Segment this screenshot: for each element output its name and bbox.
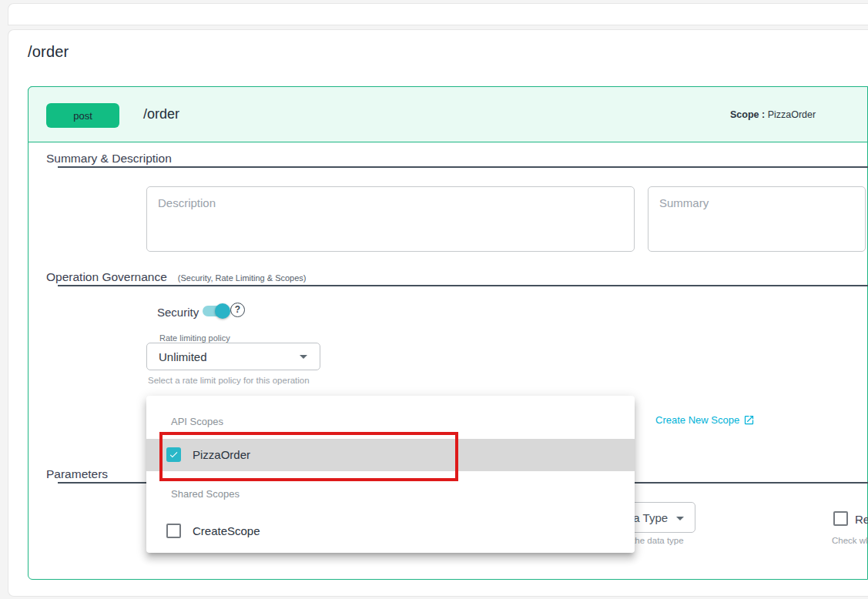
rate-limiting-select[interactable]: Unlimited bbox=[146, 343, 320, 370]
security-toggle-thumb bbox=[215, 303, 230, 319]
scope-option-label: PizzaOrder bbox=[193, 448, 250, 461]
scope-option-label: CreateScope bbox=[193, 524, 260, 537]
top-toolbar-strip bbox=[8, 3, 868, 25]
rate-limiting-label: Rate limiting policy bbox=[156, 333, 234, 343]
scope-option-createscope[interactable]: CreateScope bbox=[146, 517, 635, 548]
api-scopes-group-label: API Scopes bbox=[171, 416, 223, 427]
summary-section-divider bbox=[58, 166, 868, 168]
operation-scope-label: Scope : bbox=[730, 109, 765, 120]
chevron-down-icon bbox=[676, 517, 684, 520]
required-label: Required bbox=[855, 513, 868, 526]
governance-section-divider bbox=[58, 285, 868, 286]
pizzaorder-checkbox[interactable] bbox=[166, 447, 181, 462]
rate-limiting-helper: Select a rate limit policy for this oper… bbox=[148, 376, 310, 385]
check-icon bbox=[168, 450, 179, 460]
scope-option-pizzaorder[interactable]: PizzaOrder bbox=[146, 439, 635, 471]
description-input[interactable] bbox=[146, 186, 635, 252]
parameters-heading: Parameters bbox=[46, 467, 108, 481]
operation-path: /order bbox=[143, 106, 179, 122]
required-helper: Check whether the parameter is required bbox=[832, 536, 868, 545]
chevron-down-icon bbox=[300, 355, 307, 359]
operation-scope-value: PizzaOrder bbox=[768, 109, 816, 120]
create-new-scope-link[interactable]: Create New Scope bbox=[655, 414, 755, 426]
security-toggle[interactable] bbox=[201, 303, 230, 319]
external-link-icon bbox=[743, 414, 755, 426]
security-label: Security bbox=[157, 306, 199, 319]
rate-limiting-value: Unlimited bbox=[159, 350, 207, 363]
page-title: /order bbox=[28, 43, 69, 61]
security-help-icon[interactable]: ? bbox=[230, 303, 245, 317]
operation-scope: Scope : PizzaOrder bbox=[730, 109, 816, 120]
governance-heading: Operation Governance bbox=[46, 270, 167, 284]
summary-input[interactable] bbox=[648, 186, 866, 252]
createscope-checkbox[interactable] bbox=[166, 524, 181, 538]
shared-scopes-group-label: Shared Scopes bbox=[171, 488, 240, 500]
required-checkbox[interactable] bbox=[833, 511, 848, 526]
scopes-dropdown-menu: API Scopes PizzaOrder Shared Scopes Crea… bbox=[146, 396, 635, 553]
http-method-badge[interactable]: post bbox=[46, 103, 119, 128]
governance-heading-row: Operation Governance (Security, Rate Lim… bbox=[46, 270, 307, 284]
create-new-scope-label: Create New Scope bbox=[655, 414, 739, 426]
summary-description-heading: Summary & Description bbox=[46, 152, 172, 166]
governance-heading-note: (Security, Rate Limiting & Scopes) bbox=[178, 273, 307, 283]
